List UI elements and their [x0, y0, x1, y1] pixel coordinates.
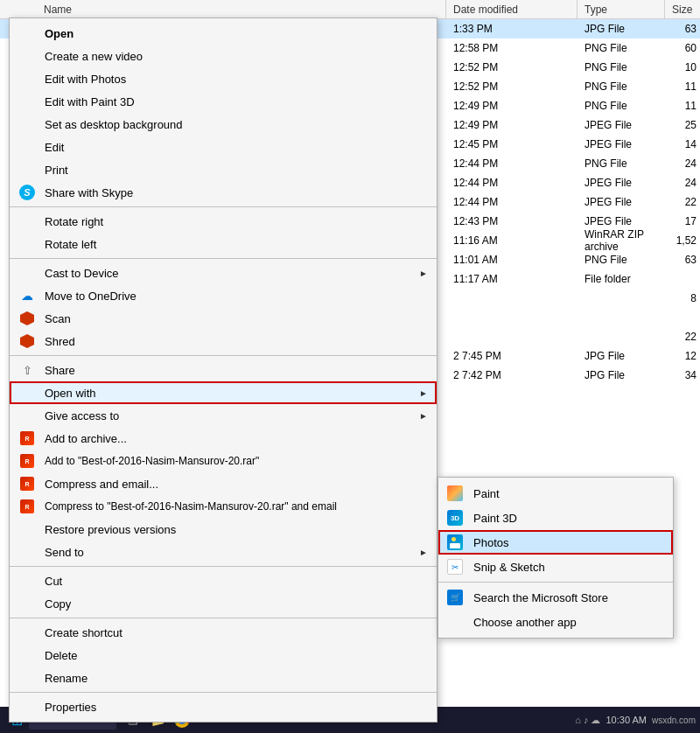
file-size: 12	[665, 350, 700, 362]
menu-item-rotate-right[interactable]: Rotate right	[10, 210, 437, 233]
system-tray: ⌂ ♪ ☁	[575, 715, 600, 726]
photos-app-icon	[445, 533, 465, 552]
menu-item-open-with[interactable]: Open with ►	[10, 381, 437, 404]
file-date: 11:16 AM	[446, 234, 578, 247]
menu-item-add-rar[interactable]: R Add to "Best-of-2016-Nasim-Mansurov-20…	[10, 450, 437, 472]
menu-item-share-skype[interactable]: S Share with Skype	[10, 181, 437, 204]
submenu-item-paint[interactable]: Paint	[438, 481, 673, 506]
file-date: 12:44 PM	[446, 196, 578, 208]
submenu-arrow-icon: ►	[419, 388, 428, 398]
file-date: 12:44 PM	[446, 157, 578, 170]
submenu-label: Search the Microsoft Store	[473, 591, 608, 604]
menu-label: Add to archive...	[45, 432, 127, 445]
file-type: PNG File	[578, 254, 665, 266]
menu-item-add-archive[interactable]: R Add to archive...	[10, 427, 437, 450]
submenu-item-store[interactable]: 🛒 Search the Microsoft Store	[438, 585, 673, 610]
menu-label: Give access to	[45, 409, 119, 422]
file-date: 12:49 PM	[446, 100, 578, 112]
menu-item-copy[interactable]: Copy	[10, 592, 437, 615]
menu-item-compress-email[interactable]: R Compress and email...	[10, 472, 437, 495]
menu-item-create-new-video[interactable]: Create a new video	[10, 45, 437, 67]
menu-item-edit[interactable]: Edit	[10, 136, 437, 158]
menu-item-scan[interactable]: Scan	[10, 307, 437, 330]
menu-label: Rotate left	[45, 238, 96, 251]
menu-label: Rename	[45, 672, 88, 685]
comodo-shred-icon	[18, 332, 36, 350]
menu-item-edit-paint3d[interactable]: Edit with Paint 3D	[10, 90, 437, 113]
col-date[interactable]: Date modified	[446, 0, 578, 18]
file-size: 11	[665, 100, 700, 112]
menu-item-restore[interactable]: Restore previous versions	[10, 518, 437, 541]
taskbar-right: ⌂ ♪ ☁ 10:30 AM wsxdn.com	[575, 715, 696, 726]
menu-item-give-access[interactable]: Give access to ►	[10, 404, 437, 427]
file-date: 11:01 AM	[446, 254, 578, 266]
menu-item-open[interactable]: Open	[10, 22, 437, 45]
submenu-item-snip[interactable]: ✂ Snip & Sketch	[438, 555, 673, 579]
col-name[interactable]: Name	[0, 0, 446, 18]
col-size[interactable]: Size	[665, 0, 700, 18]
context-menu: Open Create a new video Edit with Photos…	[9, 17, 438, 723]
submenu-arrow-icon: ►	[419, 548, 428, 557]
menu-item-shred[interactable]: Shred	[10, 330, 437, 353]
submenu-label: Snip & Sketch	[473, 561, 545, 574]
file-type: JPEG File	[578, 196, 665, 208]
menu-label: Add to "Best-of-2016-Nasim-Mansurov-20.r…	[45, 455, 259, 467]
file-size: 8	[665, 292, 700, 304]
menu-item-compress-rar-email[interactable]: R Compress to "Best-of-2016-Nasim-Mansur…	[10, 495, 437, 518]
menu-label: Scan	[45, 312, 71, 325]
file-size: 60	[665, 42, 700, 54]
submenu-label: Choose another app	[473, 616, 577, 629]
menu-item-send-to[interactable]: Send to ►	[10, 541, 437, 563]
menu-item-desktop-bg[interactable]: Set as desktop background	[10, 113, 437, 136]
file-type: JPG File	[578, 369, 665, 381]
menu-label: Properties	[45, 701, 96, 714]
menu-item-print[interactable]: Print	[10, 158, 437, 181]
menu-item-onedrive[interactable]: ☁ Move to OneDrive	[10, 284, 437, 307]
menu-item-share[interactable]: ⇧ Share	[10, 359, 437, 381]
share-icon: ⇧	[18, 361, 36, 379]
comodo-scan-icon	[18, 310, 36, 327]
submenu-item-photos[interactable]: Photos	[438, 530, 673, 555]
menu-item-properties[interactable]: Properties	[10, 695, 437, 718]
menu-label: Copy	[45, 597, 71, 611]
winrar-compress-rar-icon: R	[18, 498, 36, 515]
menu-label: Open	[45, 27, 74, 40]
snip-app-icon: ✂	[445, 557, 465, 576]
submenu-item-choose[interactable]: Choose another app	[438, 610, 673, 634]
skype-icon: S	[18, 184, 36, 201]
menu-item-delete[interactable]: Delete	[10, 644, 437, 667]
menu-item-edit-photos[interactable]: Edit with Photos	[10, 67, 437, 90]
file-type: PNG File	[578, 61, 665, 73]
file-type: JPEG File	[578, 138, 665, 150]
menu-label: Compress to "Best-of-2016-Nasim-Mansurov…	[45, 500, 337, 513]
clock: 10:30 AM	[606, 715, 647, 725]
file-type: PNG File	[578, 80, 665, 93]
file-size: 24	[665, 177, 700, 189]
file-date: 12:44 PM	[446, 177, 578, 189]
open-with-submenu: Paint 3D Paint 3D Photos ✂ Snip & Sketch…	[438, 477, 674, 639]
file-size: 14	[665, 138, 700, 150]
submenu-item-paint3d[interactable]: 3D Paint 3D	[438, 506, 673, 530]
separator	[10, 206, 437, 207]
submenu-arrow-icon: ►	[419, 411, 428, 421]
menu-item-cut[interactable]: Cut	[10, 569, 437, 592]
file-date: 2 7:45 PM	[446, 350, 578, 362]
onedrive-icon: ☁	[18, 287, 36, 304]
menu-item-cast-device[interactable]: Cast to Device ►	[10, 262, 437, 284]
file-size: 25	[665, 119, 700, 131]
menu-label: Create shortcut	[45, 626, 122, 639]
choose-app-icon	[445, 612, 465, 632]
menu-label: Move to OneDrive	[45, 290, 136, 303]
menu-item-rename[interactable]: Rename	[10, 667, 437, 689]
col-type[interactable]: Type	[578, 0, 665, 18]
menu-item-create-shortcut[interactable]: Create shortcut	[10, 621, 437, 644]
menu-item-rotate-left[interactable]: Rotate left	[10, 233, 437, 255]
file-date: 12:58 PM	[446, 42, 578, 54]
menu-label: Send to	[45, 546, 84, 559]
menu-label: Edit with Paint 3D	[45, 95, 135, 108]
file-type: JPG File	[578, 350, 665, 362]
column-headers: Name Date modified Type Size	[0, 0, 700, 19]
file-size: 22	[665, 331, 700, 343]
file-size: 63	[665, 23, 700, 35]
submenu-label: Paint	[473, 487, 500, 500]
